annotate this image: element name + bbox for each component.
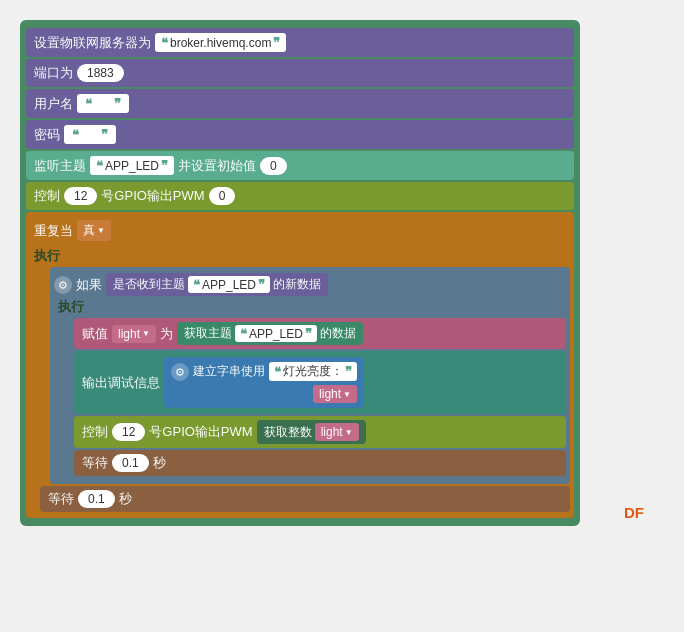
listen-initial-value: 0 — [260, 157, 287, 175]
control2-gpio-label: 号GPIO输出PWM — [149, 423, 252, 441]
listen-topic-value: APP_LED — [105, 159, 159, 173]
control2-label: 控制 — [82, 423, 108, 441]
if-topic: APP_LED — [202, 278, 256, 292]
repeat-label: 重复当 — [34, 222, 73, 240]
wait1-unit: 秒 — [153, 454, 166, 472]
mqtt-server-label: 设置物联网服务器为 — [34, 34, 151, 52]
dropdown-arrow-icon4: ▼ — [345, 428, 353, 437]
if-label: 如果 — [76, 276, 102, 294]
get-topic-block: 获取主题 ❝ APP_LED ❞ 的数据 — [177, 322, 363, 345]
repeat-block: 重复当 真 ▼ 执行 ⚙ 如果 是否收到主题 — [26, 212, 574, 518]
wait1-block: 等待 0.1 秒 — [74, 450, 566, 476]
if-block: ⚙ 如果 是否收到主题 ❝ APP_LED ❞ 的新数据 — [50, 267, 570, 484]
wait1-label: 等待 — [82, 454, 108, 472]
if-execute-row: 执行 — [54, 298, 566, 316]
control1-block: 控制 12 号GPIO输出PWM 0 — [26, 182, 574, 210]
username-label: 用户名 — [34, 95, 73, 113]
if-gear-icon[interactable]: ⚙ — [54, 276, 72, 294]
listen-label: 监听主题 — [34, 157, 86, 175]
debug-block: 输出调试信息 ⚙ 建立字串使用 ❝ 灯光亮度： ❞ — [74, 351, 566, 414]
get-topic-label: 获取主题 — [184, 325, 232, 342]
mqtt-server-value: broker.hivemq.com — [170, 36, 271, 50]
if-condition-block: 是否收到主题 ❝ APP_LED ❞ 的新数据 — [106, 273, 328, 296]
control1-gpio: 12 — [64, 187, 97, 205]
get-int-variable-dropdown[interactable]: light ▼ — [315, 423, 359, 441]
wait2-unit: 秒 — [119, 490, 132, 508]
listen-topic-block: 监听主题 ❝ APP_LED ❞ 并设置初始值 0 — [26, 151, 574, 180]
wait2-value: 0.1 — [78, 490, 115, 508]
port-block: 端口为 1883 — [26, 59, 574, 87]
df-label: DF — [624, 504, 644, 521]
execute-label: 执行 — [34, 247, 60, 265]
repeat-condition: 真 — [83, 222, 95, 239]
assign-label: 赋值 — [82, 325, 108, 343]
dropdown-arrow-icon3: ▼ — [343, 390, 351, 399]
build-string-block: ⚙ 建立字串使用 ❝ 灯光亮度： ❞ light — [164, 357, 364, 408]
if-condition-label: 是否收到主题 — [113, 276, 185, 293]
execute-row: 执行 — [30, 247, 570, 265]
mqtt-server-block: 设置物联网服务器为 ❝ broker.hivemq.com ❞ — [26, 28, 574, 57]
build-string-gear-icon[interactable]: ⚙ — [171, 363, 189, 381]
assign-variable: light — [118, 327, 140, 341]
control1-gpio-label: 号GPIO输出PWM — [101, 187, 204, 205]
wait2-block: 等待 0.1 秒 — [40, 486, 570, 512]
if-execute-label: 执行 — [58, 298, 84, 316]
debug-variable: light — [319, 387, 341, 401]
assign-as-label: 为 — [160, 325, 173, 343]
listen-and-set-label: 并设置初始值 — [178, 157, 256, 175]
get-topic-topic: APP_LED — [249, 327, 303, 341]
dropdown-arrow-icon: ▼ — [97, 226, 105, 235]
get-int-variable: light — [321, 425, 343, 439]
control2-block: 控制 12 号GPIO输出PWM 获取整数 light ▼ — [74, 416, 566, 448]
wait2-label: 等待 — [48, 490, 74, 508]
get-topic-data-label: 的数据 — [320, 325, 356, 342]
dropdown-arrow-icon2: ▼ — [142, 329, 150, 338]
control1-label: 控制 — [34, 187, 60, 205]
get-int-block: 获取整数 light ▼ — [257, 420, 366, 444]
password-block: 密码 ❝ ❞ — [26, 120, 574, 149]
port-label: 端口为 — [34, 64, 73, 82]
wait1-value: 0.1 — [112, 454, 149, 472]
username-block: 用户名 ❝ ❞ — [26, 89, 574, 118]
build-string-label: 建立字串使用 — [193, 363, 265, 380]
get-int-label: 获取整数 — [264, 424, 312, 441]
debug-label: 输出调试信息 — [82, 374, 160, 392]
debug-variable-dropdown[interactable]: light ▼ — [313, 385, 357, 403]
port-value: 1883 — [77, 64, 124, 82]
if-new-data-label: 的新数据 — [273, 276, 321, 293]
debug-string-val: 灯光亮度： — [283, 363, 343, 380]
assign-block: 赋值 light ▼ 为 获取主题 ❝ APP_LED ❞ — [74, 318, 566, 349]
password-label: 密码 — [34, 126, 60, 144]
control2-gpio: 12 — [112, 423, 145, 441]
repeat-condition-dropdown[interactable]: 真 ▼ — [77, 220, 111, 241]
assign-variable-dropdown[interactable]: light ▼ — [112, 325, 156, 343]
control1-value: 0 — [209, 187, 236, 205]
